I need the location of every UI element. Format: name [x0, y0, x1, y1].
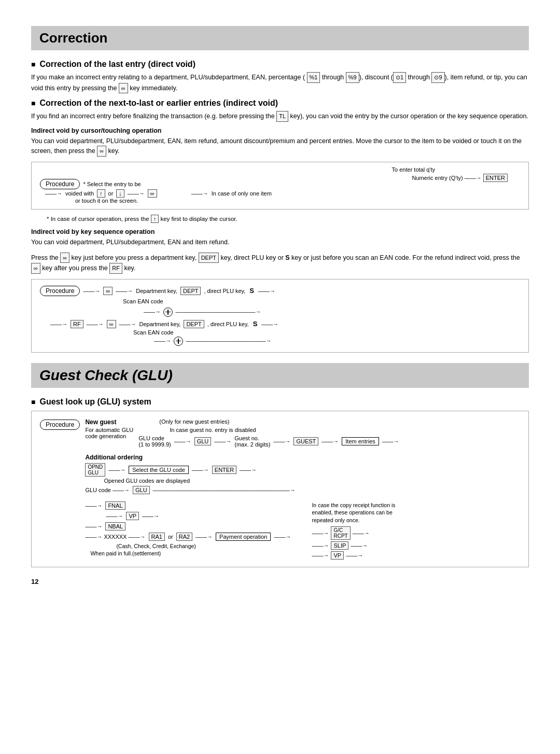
- void-desc: voided with: [65, 190, 94, 197]
- enter-key-d1: ENTER: [483, 174, 508, 182]
- void-key-inline2: ∞: [97, 146, 106, 157]
- glu-rcpt-row: ——→ G/CRCPT ——→: [312, 526, 405, 540]
- guest-check-section-header: Guest Check (GLU): [31, 363, 529, 388]
- glu-new-guest-flow: (Only for new guest entries) In case gue…: [138, 418, 520, 448]
- keyseq-row1: Procedure ——→ ∞ ——→ Department key, DEPT…: [40, 286, 520, 296]
- disc1-key: ⊙1: [393, 72, 406, 83]
- disabled-note: In case guest no. entry is disabled: [170, 427, 520, 433]
- cursor-diagram: To enter total q'ty Numeric entry (Q'ty)…: [31, 162, 529, 210]
- rf-key-d2: RF: [71, 320, 83, 328]
- diagram1-touch-note: or touch it on the screen.: [75, 198, 520, 204]
- vp-key1: VP: [126, 512, 139, 520]
- payment-keys-block: ——→ FNAL ——→ VP ——→ ——→ NBAL: [85, 501, 291, 560]
- new-guest-label: New guest: [85, 418, 133, 426]
- scan-symbol2: [174, 337, 183, 346]
- opened-glu-note: Opened GLU codes are displayed: [104, 478, 520, 484]
- tl-key-inline: TL: [276, 111, 288, 122]
- glu-code-label: GLU code: [138, 435, 171, 441]
- xxxxxx-row: ——→ XXXXXX ——→ RA1 or RA2 ——→ Payment op…: [85, 533, 291, 541]
- void-key-d2a: ∞: [103, 287, 113, 295]
- indirect-void-body: If you find an incorrect entry before fi…: [31, 111, 529, 122]
- or-label1: or: [108, 190, 114, 197]
- vp-row1: ——→ VP ——→: [106, 512, 291, 520]
- glu-code-block: GLU code (1 to 9999.9): [138, 435, 171, 448]
- glu-new-guest-label-block: New guest For automatic GLUcode generati…: [85, 418, 133, 439]
- vp-row2: ——→ VP ——→: [312, 551, 405, 560]
- additional-ordering-block: Additional ordering OPNDGLU ——→ Select t…: [85, 454, 520, 494]
- guest-look-up-subsection: Guest look up (GLU) system Procedure New…: [31, 397, 529, 567]
- keyseq-body2: Press the ∞ key just before you press a …: [31, 253, 529, 274]
- last-entry-title: Correction of the last entry (direct voi…: [31, 60, 529, 69]
- payment-op-label: Payment operation: [216, 533, 271, 541]
- dept-key-d2: DEPT: [180, 287, 201, 295]
- cursor-op-body: You can void department, PLU/subdepartme…: [31, 136, 529, 157]
- ra2-key: RA2: [176, 533, 192, 541]
- void-key-inline1: ∞: [119, 83, 128, 94]
- glu-diagram: Procedure New guest For automatic GLUcod…: [31, 411, 529, 567]
- glu-proc-row: Procedure New guest For automatic GLUcod…: [40, 418, 520, 560]
- keyseq-row2: ——→ RF ——→ ∞ ——→ Department key, DEPT , …: [50, 320, 520, 328]
- fnal-row: ——→ FNAL: [85, 501, 291, 510]
- last-entry-body: If you make an incorrect entry relating …: [31, 72, 529, 93]
- keyseq-scan1-symbol: ——→ ——————————————→: [144, 308, 520, 317]
- pct1-key: %1: [307, 72, 320, 83]
- asterisk-note: * Select the entry to be: [83, 181, 141, 187]
- keyseq-scan1: Scan EAN code: [123, 298, 520, 304]
- guest-no-label: Guest no.: [234, 435, 270, 441]
- keyseq-scan2-symbol: ——→ ——————————————→: [154, 337, 520, 346]
- correction-section-header: Correction: [31, 26, 529, 50]
- keyseq-op-subheading: Indirect void by key sequence operation: [31, 228, 529, 235]
- item-entries-label: Item entries: [342, 437, 379, 445]
- void-key-d1: ∞: [148, 189, 157, 198]
- glu-code-range: (1 to 9999.9): [138, 441, 171, 448]
- keyseq-scan2: Scan EAN code: [133, 329, 520, 336]
- nbal-row: ——→ NBAL: [85, 522, 291, 530]
- payment-sub-note: (Cash, Check, Credit, Exchange): [116, 543, 291, 549]
- glu-flow-row1: GLU code (1 to 9999.9) ——→ GLU ——→ Guest…: [138, 435, 520, 448]
- keyseq-diagram: Procedure ——→ ∞ ——→ Department key, DEPT…: [31, 279, 529, 353]
- cursor-footnote: * In case of cursor operation, press the…: [47, 215, 529, 223]
- rf-key-ks1: RF: [109, 263, 122, 274]
- s-key-ks1: S: [285, 254, 289, 261]
- enter-key-glu: ENTER: [212, 466, 236, 474]
- indirect-void-title: Correction of the next-to-last or earlie…: [31, 99, 529, 108]
- pct9-key: %9: [346, 72, 359, 83]
- additional-ordering-label: Additional ordering: [85, 454, 520, 461]
- settlement-note: When paid in full.(settlement): [90, 550, 291, 556]
- fnal-key: FNAL: [105, 501, 125, 510]
- up-key-fn: ↑: [151, 215, 159, 223]
- indirect-void-subsection: Correction of the next-to-last or earlie…: [31, 99, 529, 353]
- payment-block: ——→ FNAL ——→ VP ——→ ——→ NBAL: [85, 501, 520, 560]
- glu-key: GLU: [194, 437, 212, 445]
- void-key-ks2: ∞: [31, 263, 40, 274]
- down-key: ↓: [116, 189, 124, 198]
- nbal-key: NBAL: [105, 522, 125, 530]
- guest-check-title: Guest Check (GLU): [39, 367, 521, 384]
- procedure-label-3: Procedure: [40, 420, 80, 430]
- keyseq-body1: You can void department, PLU/subdepartme…: [31, 238, 529, 247]
- additional-flow-row: OPNDGLU ——→ Select the GLU code ——→ ENTE…: [85, 463, 520, 477]
- page-number: 12: [31, 578, 529, 585]
- void-key-ks1: ∞: [60, 253, 69, 263]
- vp-key2: VP: [331, 551, 344, 560]
- dept-key-ks1: DEPT: [199, 253, 219, 263]
- guest-key: GUEST: [293, 437, 318, 445]
- glu-key2: GLU: [133, 486, 150, 494]
- void-key-d2b: ∞: [107, 320, 116, 328]
- s-key-d2a: S: [249, 287, 254, 295]
- diagram1-note-top: To enter total q'ty: [392, 166, 435, 173]
- cursor-op-subheading: Indirect void by cursor/touching operati…: [31, 127, 529, 134]
- procedure-label-1: Procedure: [40, 179, 80, 189]
- slip-row: ——→ SLIP ——→: [312, 541, 405, 550]
- glu-content: New guest For automatic GLUcode generati…: [85, 418, 520, 560]
- glu-new-guest-block: New guest For automatic GLUcode generati…: [85, 418, 520, 448]
- ra1-key: RA1: [149, 533, 165, 541]
- auto-glu-note: For automatic GLUcode generation: [85, 427, 133, 439]
- diagram1-note-qty: Numeric entry (Q'ty) ——→ ENTER: [412, 174, 508, 182]
- copy-receipt-note: In case the copy receipt function is ena…: [312, 501, 405, 524]
- only-new-note: (Only for new guest entries): [159, 418, 520, 425]
- procedure-label-2: Procedure: [40, 286, 80, 296]
- up-key: ↑: [97, 189, 105, 198]
- select-glu-label: Select the GLU code: [129, 466, 189, 474]
- s-key-d2b: S: [253, 320, 258, 328]
